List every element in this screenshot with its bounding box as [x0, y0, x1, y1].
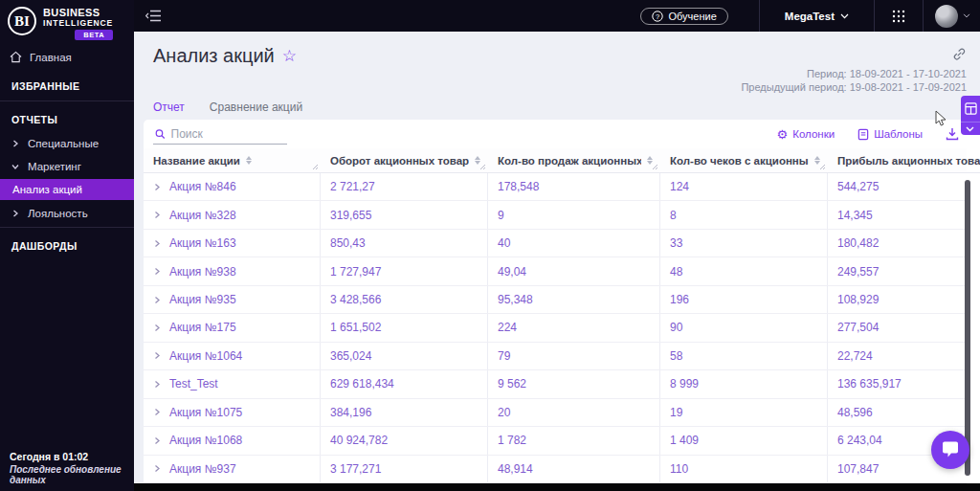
sidebar-item-home[interactable]: Главная [0, 44, 134, 70]
cell-turnover: 629 618,434 [321, 370, 488, 397]
row-expand-icon[interactable] [153, 211, 161, 219]
brand-name-line1: BUSINESS [43, 7, 100, 18]
share-link-button[interactable] [952, 47, 967, 61]
chevron-down-icon [840, 13, 849, 19]
cell-promo-name[interactable]: Акция №1068 [144, 427, 321, 454]
cell-promo-name[interactable]: Акция №163 [144, 230, 321, 257]
row-expand-icon[interactable] [153, 408, 161, 416]
cell-promo-name[interactable]: Акция №175 [144, 314, 321, 341]
column-resize-handle[interactable] [819, 164, 826, 170]
sidebar-item-special[interactable]: Специальные [0, 132, 134, 155]
brand-logo-mark: BI [8, 7, 36, 35]
cell-receipts-count: 1 409 [660, 427, 828, 454]
promo-name-label: Акция №937 [169, 462, 236, 476]
column-header-label: Оборот акционных товаров [330, 155, 469, 167]
row-expand-icon[interactable] [153, 436, 161, 445]
templates-button[interactable]: Шаблоны [858, 128, 923, 141]
link-icon [952, 47, 967, 61]
download-button[interactable] [946, 127, 959, 141]
row-expand-icon[interactable] [153, 351, 161, 360]
cell-receipts-count: 196 [660, 286, 828, 313]
table-row: Акция №1068 40 924,782 1 782 1 409 6 243… [144, 427, 967, 455]
svg-text:?: ? [656, 11, 659, 20]
table-row: Акция №1064 365,024 79 58 22,724 [144, 343, 967, 370]
horizontal-scrollbar[interactable] [134, 483, 980, 491]
row-expand-icon[interactable] [153, 324, 161, 332]
cell-promo-name[interactable]: Акция №1075 [144, 399, 321, 426]
column-resize-handle[interactable] [312, 164, 319, 170]
cell-promo-name[interactable]: Акция №938 [144, 257, 321, 284]
columns-button[interactable]: ⚙ Колонки [777, 128, 835, 141]
tab-report[interactable]: Отчет [153, 100, 185, 122]
sidebar-item-loyalty-label: Лояльность [28, 208, 88, 219]
chevron-down-icon [963, 13, 970, 18]
cell-promo-name[interactable]: Акция №846 [144, 173, 321, 200]
cell-sales-count: 49,04 [488, 257, 660, 284]
training-button[interactable]: ? Обучение [640, 8, 727, 25]
table-body: Акция №846 2 721,27 178,548 124 544,275 … [144, 173, 967, 483]
apps-grid-icon [892, 10, 905, 23]
promo-name-label: Акция №1075 [169, 406, 242, 419]
tab-compare[interactable]: Сравнение акций [210, 100, 302, 122]
cell-profit: 136 635,917 [828, 370, 967, 397]
promo-name-label: Акция №175 [169, 321, 236, 334]
sidebar-section-reports: ОТЧЕТЫ [0, 103, 134, 132]
cell-sales-count: 95,348 [488, 286, 660, 313]
column-resize-handle[interactable] [652, 164, 658, 170]
promo-name-label: Test_Test [169, 377, 218, 391]
table-panel-icon [965, 102, 977, 115]
vertical-scrollbar[interactable] [965, 180, 970, 476]
favorite-star-icon[interactable]: ☆ [282, 48, 297, 64]
table-row: Акция №1075 384,196 20 19 48,596 [144, 399, 967, 427]
search-input[interactable] [171, 127, 285, 141]
row-expand-icon[interactable] [153, 267, 161, 276]
cell-receipts-count: 8 [660, 201, 828, 228]
sidebar-item-loyalty[interactable]: Лояльность [0, 202, 134, 225]
cell-sales-count: 48,914 [488, 456, 660, 482]
cell-promo-name[interactable]: Test_Test [144, 370, 321, 397]
side-panel-button[interactable] [961, 96, 980, 122]
topbar: ? Обучение MegaTest [134, 0, 980, 32]
column-resize-handle[interactable] [479, 164, 486, 170]
sidebar-divider [0, 227, 134, 228]
cell-receipts-count: 48 [660, 257, 828, 284]
menu-toggle-button[interactable] [145, 9, 162, 23]
sidebar-item-promo-analysis[interactable]: Анализ акций [0, 179, 134, 200]
sort-icon[interactable] [246, 156, 252, 165]
cell-profit: 22,724 [828, 343, 967, 369]
brand-logo-text: BUSINESS INTELLIGENCE BETA [43, 7, 113, 40]
workspace-name: MegaTest [785, 11, 835, 22]
table-header-row: Название акции Оборот акционных товаров … [144, 148, 967, 173]
column-header-name: Название акции [144, 148, 321, 173]
question-icon: ? [652, 11, 663, 22]
beta-badge: BETA [75, 30, 113, 40]
templates-label: Шаблоны [874, 128, 923, 140]
page-title: Анализ акций [153, 45, 275, 67]
cell-profit: 180,482 [828, 230, 967, 257]
cell-promo-name[interactable]: Акция №937 [144, 456, 321, 482]
cell-profit: 277,504 [828, 314, 967, 341]
cell-sales-count: 1 782 [488, 427, 660, 454]
workspace-selector[interactable]: MegaTest [760, 11, 874, 22]
cell-promo-name[interactable]: Акция №328 [144, 201, 321, 228]
cell-promo-name[interactable]: Акция №1064 [144, 343, 321, 369]
cell-profit: 249,557 [828, 257, 967, 284]
row-expand-icon[interactable] [153, 296, 161, 304]
chat-button[interactable] [931, 431, 969, 469]
row-expand-icon[interactable] [153, 239, 161, 248]
row-expand-icon[interactable] [153, 183, 161, 191]
cell-sales-count: 79 [488, 343, 660, 369]
sidebar-item-marketing[interactable]: Маркетинг [0, 155, 134, 178]
cell-receipts-count: 33 [660, 230, 828, 257]
cell-receipts-count: 58 [660, 343, 828, 369]
column-header-label: Название акции [153, 155, 240, 167]
user-menu[interactable] [924, 5, 980, 28]
apps-grid-button[interactable] [875, 10, 923, 23]
cell-turnover: 850,43 [321, 230, 488, 257]
row-expand-icon[interactable] [153, 380, 161, 389]
cell-promo-name[interactable]: Акция №935 [144, 286, 321, 313]
cell-turnover: 1 651,502 [321, 314, 488, 341]
row-expand-icon[interactable] [153, 464, 161, 473]
side-panel-collapse-button[interactable] [961, 122, 980, 135]
brand-logo: BI BUSINESS INTELLIGENCE BETA [0, 0, 134, 44]
